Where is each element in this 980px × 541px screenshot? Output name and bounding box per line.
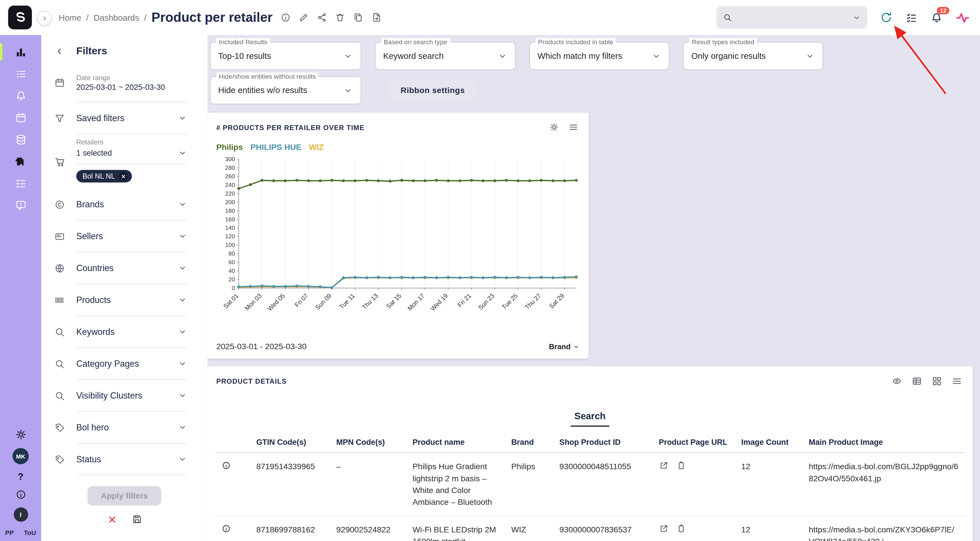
- about-info-icon[interactable]: [15, 489, 26, 501]
- retailers-value: 1 selected: [76, 149, 178, 158]
- filter-status[interactable]: Status: [41, 444, 208, 476]
- svg-text:60: 60: [228, 259, 235, 265]
- barcode-icon: [54, 284, 76, 316]
- rail-item-checklist[interactable]: [0, 176, 41, 190]
- retailers-dropdown[interactable]: 1 selected: [76, 146, 187, 164]
- table-view-icon[interactable]: [912, 376, 923, 387]
- svg-text:Sun 23: Sun 23: [477, 292, 496, 311]
- legend-item[interactable]: WIZ: [309, 142, 324, 152]
- row-info-icon[interactable]: [221, 523, 243, 533]
- app-logo[interactable]: [8, 6, 32, 30]
- chevron-down-icon: [651, 51, 661, 61]
- filter-bol-hero[interactable]: Bol hero: [41, 412, 208, 444]
- global-search[interactable]: [716, 6, 868, 29]
- apply-filters-button[interactable]: Apply filters: [88, 486, 161, 505]
- legend-item[interactable]: Philips: [216, 142, 243, 152]
- rail-item-bell[interactable]: [0, 89, 41, 102]
- open-product-page-icon[interactable]: [659, 523, 669, 533]
- org-avatar[interactable]: I: [13, 508, 28, 522]
- cell-image-count: 12: [735, 453, 802, 516]
- table-menu-icon[interactable]: [951, 376, 963, 387]
- row-info-icon[interactable]: [221, 461, 243, 471]
- dropdown-products-included-in-table[interactable]: Products included in tableWhich match my…: [529, 42, 669, 70]
- info-icon[interactable]: [280, 12, 291, 23]
- svg-text:300: 300: [225, 156, 235, 162]
- rail-item-list[interactable]: [0, 67, 41, 81]
- chart-menu-icon[interactable]: [568, 122, 579, 132]
- filter-date-range[interactable]: Date range 2025-03-01 ~ 2025-03-30: [41, 63, 208, 102]
- svg-text:Tue 11: Tue 11: [338, 292, 356, 310]
- refresh-button[interactable]: [880, 11, 893, 24]
- svg-text:260: 260: [225, 173, 235, 180]
- duplicate-icon[interactable]: [352, 12, 364, 23]
- dropdown-based-on-search-type[interactable]: Based on search typeKeyword search: [375, 42, 516, 70]
- save-filters-icon[interactable]: [131, 514, 142, 525]
- chart-settings-gear-icon[interactable]: [549, 122, 560, 132]
- filter-saved-filters[interactable]: Saved filters: [41, 102, 208, 134]
- ribbon-settings-button[interactable]: Ribbon settings: [388, 80, 477, 101]
- filter-countries[interactable]: Countries: [41, 252, 208, 284]
- filter-keywords[interactable]: Keywords: [41, 316, 208, 348]
- chip-remove-icon[interactable]: [119, 172, 127, 180]
- chart-card: # PRODUCTS PER RETAILER OVER TIME Philip…: [207, 113, 589, 359]
- sidebar-expand-button[interactable]: [37, 11, 52, 25]
- notifications-button[interactable]: 12: [930, 11, 943, 24]
- chevron-down-icon: [178, 327, 188, 337]
- delete-icon[interactable]: [334, 12, 345, 23]
- tab-search[interactable]: Search: [571, 411, 609, 427]
- filter-label: Sellers: [76, 231, 178, 241]
- tasks-button[interactable]: [905, 11, 918, 24]
- rail-item-database[interactable]: [0, 132, 41, 146]
- chevron-down-icon: [178, 148, 188, 158]
- export-icon[interactable]: [371, 12, 382, 23]
- chevron-down-icon[interactable]: [852, 13, 861, 22]
- rail-item-puzzle[interactable]: [0, 154, 41, 168]
- filter-products[interactable]: Products: [41, 284, 208, 316]
- user-avatar[interactable]: MK: [13, 448, 29, 464]
- search-input[interactable]: [738, 12, 847, 23]
- edit-icon[interactable]: [298, 12, 309, 23]
- tag-icon: [54, 444, 76, 476]
- copy-url-icon[interactable]: [676, 461, 686, 471]
- collapse-filters-button[interactable]: [54, 45, 66, 57]
- filter-visibility-clusters[interactable]: Visibility Clusters: [41, 380, 208, 412]
- group-by-selector[interactable]: Brand: [549, 342, 580, 351]
- breadcrumb-home[interactable]: Home: [59, 13, 81, 22]
- rail-item-calendar[interactable]: [0, 111, 41, 124]
- rail-item-bar-chart[interactable]: [0, 45, 41, 59]
- filter-sellers[interactable]: Sellers: [41, 221, 208, 252]
- page-title: Product per retailer: [151, 10, 272, 25]
- pulse-logo-icon[interactable]: [955, 10, 971, 26]
- dropdown-included-results[interactable]: Included ResultsTop-10 results: [210, 42, 361, 70]
- filter-brands[interactable]: Brands: [41, 189, 208, 221]
- bell-icon: [14, 89, 27, 102]
- dropdown-hide-show-entities-without-results[interactable]: Hide/show entities without resultsHide e…: [210, 76, 361, 104]
- chevron-down-icon: [343, 51, 353, 61]
- legend-item[interactable]: PHILIPS HUE: [250, 142, 302, 152]
- column-header: MPN Code(s): [330, 433, 406, 453]
- retailer-chip[interactable]: Bol NL NL: [76, 170, 132, 183]
- topbar-right: 12: [716, 0, 971, 35]
- dropdown-result-types-included[interactable]: Result types includedOnly organic result…: [683, 42, 823, 70]
- search-icon: [722, 13, 732, 23]
- rail-item-feedback[interactable]: [0, 198, 41, 212]
- copy-url-icon[interactable]: [676, 523, 686, 533]
- grid-view-icon[interactable]: [931, 376, 942, 387]
- chevron-down-icon: [178, 422, 188, 433]
- terms-of-use-link[interactable]: ToU: [24, 529, 36, 536]
- open-product-page-icon[interactable]: [659, 461, 669, 471]
- breadcrumb-dashboards[interactable]: Dashboards: [94, 13, 139, 22]
- share-icon[interactable]: [316, 12, 328, 23]
- product-table: GTIN Code(s)MPN Code(s)Product nameBrand…: [215, 433, 965, 541]
- settings-gear-icon[interactable]: [14, 428, 27, 441]
- dropdown-label: Included Results: [216, 38, 270, 46]
- cell-brand: Philips: [505, 453, 553, 516]
- column-header: Product Page URL: [652, 433, 735, 453]
- help-button[interactable]: ?: [18, 471, 24, 482]
- privacy-policy-link[interactable]: PP: [5, 529, 14, 536]
- product-details-title: PRODUCT DETAILS: [216, 377, 891, 385]
- search-icon: [54, 380, 76, 412]
- filter-category-pages[interactable]: Category Pages: [41, 348, 208, 380]
- eye-icon[interactable]: [891, 376, 902, 387]
- clear-filters-icon[interactable]: [107, 514, 117, 525]
